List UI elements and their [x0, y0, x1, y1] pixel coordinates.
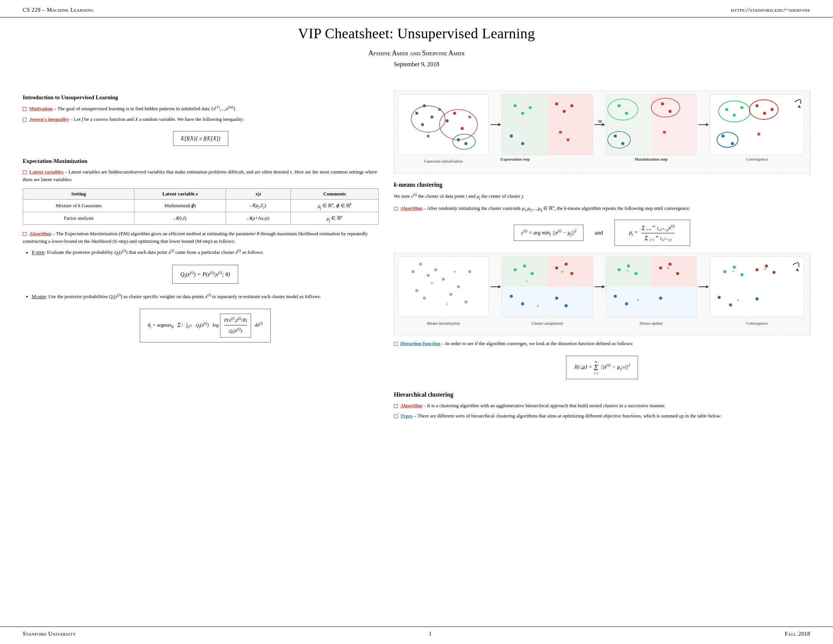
em-steps-list: E-step: Evaluate the posterior probabili…: [32, 248, 379, 347]
svg-rect-92: [502, 256, 547, 287]
svg-point-96: [523, 264, 526, 267]
svg-point-116: [627, 264, 630, 267]
hierarchical-types-paragraph: Types – There are different sorts of hie…: [394, 412, 810, 420]
mstep-item: M-step: Use the posterior probabilities …: [32, 292, 379, 347]
svg-point-138: [729, 303, 732, 306]
header-right: https://stanford.edu/~shervine: [731, 7, 810, 13]
svg-point-131: [723, 270, 726, 273]
svg-text:+: +: [764, 266, 767, 272]
svg-rect-113: [651, 256, 697, 287]
svg-text:Convergence: Convergence: [746, 157, 768, 161]
svg-rect-43: [651, 125, 697, 155]
svg-point-115: [618, 268, 621, 271]
hierarchical-types-text: – There are different sorts of hierarchi…: [414, 413, 722, 419]
svg-text:+: +: [667, 265, 670, 271]
mstep-formula: θi = argmaxθ Σi ∫z(i) Qi(z(i)) log: [140, 309, 270, 343]
svg-text:+: +: [445, 301, 449, 307]
svg-text:+: +: [561, 269, 564, 275]
svg-text:+: +: [626, 268, 629, 274]
svg-point-139: [755, 297, 758, 300]
mstep-formula-block: θi = argmaxθ Σi ∫z(i) Qi(z(i)) log: [32, 304, 379, 347]
title-section: VIP Cheatsheet: Unsupervised Learning Af…: [0, 18, 833, 79]
svg-point-63: [770, 108, 774, 111]
svg-point-58: [725, 108, 728, 111]
kmeans-algo-text: – After randomly initializing the cluste…: [423, 205, 690, 211]
svg-text:Cluster assignment: Cluster assignment: [531, 321, 563, 325]
kmeans-intro: We note c(i) the cluster of data point i…: [394, 192, 810, 201]
svg-point-65: [731, 142, 734, 145]
em-title: Expectation-Maximization: [23, 158, 379, 164]
svg-point-82: [457, 285, 460, 288]
kmeans-title-k: k: [394, 182, 397, 188]
svg-point-2: [415, 112, 418, 115]
kmeans-formula-mu: μj = Σ i=1 m 1{c(i)=j}x(i) Σ i=1 m 1{c: [614, 220, 690, 246]
jensen-square-icon: [23, 118, 26, 122]
svg-point-104: [564, 304, 568, 307]
svg-point-80: [423, 296, 426, 299]
distortion-text: – In order to see if the algorithm conve…: [442, 341, 633, 346]
svg-rect-94: [502, 287, 593, 317]
hierarchical-algo-square-icon: [394, 404, 397, 408]
svg-text:+: +: [431, 280, 434, 286]
svg-rect-114: [606, 287, 697, 317]
table-cell-xz-2: 𝒩(μ+Λz,ψ): [226, 212, 291, 225]
table-cell-comments-1: μj ∈ ℝn, ϕ ∈ ℝk: [291, 200, 379, 212]
svg-point-81: [449, 293, 452, 296]
svg-point-33: [559, 131, 562, 134]
svg-point-102: [521, 302, 524, 305]
kmeans-title: k-means clustering: [394, 182, 810, 188]
svg-rect-73: [398, 256, 489, 317]
svg-point-118: [659, 266, 662, 269]
svg-point-30: [570, 104, 573, 107]
kmeans-title-text: -means clustering: [397, 182, 442, 188]
svg-point-78: [442, 278, 445, 281]
motivation-square-icon: [23, 107, 26, 111]
motivation-paragraph: Motivation – The goal of unsupervised le…: [23, 105, 379, 113]
table-cell-comments-2: μj ∈ ℝn: [291, 212, 379, 225]
em-diagram: Gaussians initialization: [394, 90, 810, 174]
svg-point-133: [740, 273, 743, 276]
svg-point-32: [521, 142, 524, 145]
svg-point-100: [570, 272, 573, 275]
svg-text:+: +: [453, 269, 456, 275]
svg-point-79: [415, 289, 418, 292]
distortion-formula-block: J(c,μ) = m Σ i=1 ||x(i) − μc(i)||2: [394, 351, 810, 384]
svg-point-29: [563, 110, 566, 113]
svg-point-5: [421, 123, 424, 126]
svg-point-47: [669, 110, 672, 113]
footer-bar: Stanford University 1 Fall 2018: [0, 626, 833, 644]
table-cell-xz-1: 𝒩(μj,Σj): [226, 200, 291, 212]
footer-center: 1: [429, 631, 432, 637]
footer-left: Stanford University: [23, 631, 76, 637]
svg-point-9: [461, 127, 464, 130]
svg-point-123: [659, 296, 662, 299]
algorithm-text: – The Expectation-Maximization (EM) algo…: [23, 231, 368, 244]
svg-point-50: [663, 131, 666, 134]
svg-point-28: [555, 102, 558, 105]
algorithm-square-icon: [23, 232, 26, 236]
svg-text:+: +: [732, 269, 735, 274]
table-cell-latent-1: Multinomial(ϕ): [134, 200, 226, 212]
header-left: CS 229 – Machine Learning: [23, 7, 94, 13]
jensen-label: Jensen's inequality: [29, 116, 69, 122]
svg-point-103: [555, 296, 558, 299]
svg-point-44: [618, 104, 621, 107]
latent-label: Latent variables: [29, 169, 64, 175]
svg-rect-23: [502, 125, 547, 155]
svg-point-4: [431, 116, 434, 119]
svg-point-62: [763, 112, 766, 115]
distortion-label: Distortion function: [400, 341, 441, 346]
svg-point-66: [757, 133, 760, 135]
estep-formula: Qi(z(i)) = P(z(i)|x(i); θ): [172, 265, 238, 284]
svg-point-83: [465, 300, 468, 303]
svg-point-61: [755, 104, 758, 107]
svg-rect-93: [547, 256, 593, 287]
svg-point-95: [513, 268, 516, 271]
jensen-text: – Let f be a convex function and X a ran…: [71, 116, 244, 122]
svg-point-60: [740, 106, 743, 109]
hierarchical-algo-text: – It is a clustering algorithm with an a…: [423, 402, 665, 408]
svg-rect-40: [606, 94, 651, 125]
hierarchical-algo-paragraph: Algorithm – It is a clustering algorithm…: [394, 402, 810, 409]
kmeans-algo-label: Algorithm: [400, 205, 422, 211]
page-title: VIP Cheatsheet: Unsupervised Learning: [0, 25, 833, 42]
